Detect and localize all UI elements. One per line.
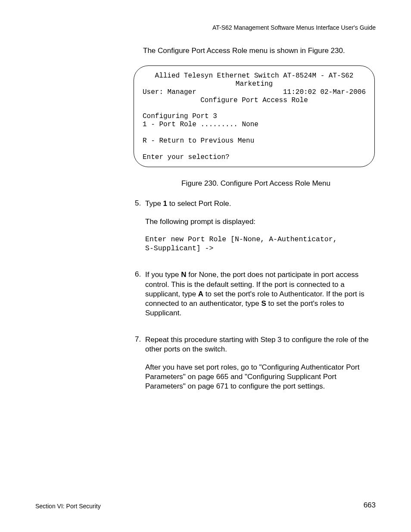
header-title: AT-S62 Management Software Menus Interfa…: [212, 24, 376, 31]
terminal-return: R - Return to Previous Menu: [143, 137, 254, 145]
step-7-para2: After you have set port roles, go to "Co…: [145, 363, 377, 391]
terminal-header-1: Allied Telesyn Ethernet Switch AT-8524M …: [143, 72, 366, 80]
step-6: 6. If you type N for None, the port does…: [135, 270, 377, 326]
step-5-code: Enter new Port Role [N-None, A-Authentic…: [145, 235, 377, 253]
steps-list: 5. Type 1 to select Port Role. The follo…: [135, 199, 377, 400]
bold-key: A: [198, 290, 203, 298]
code-line: Enter new Port Role [N-None, A-Authentic…: [145, 235, 377, 244]
text: Type: [145, 199, 163, 208]
terminal-user: User: Manager: [143, 88, 196, 96]
intro-text: The Configure Port Access Role menu is s…: [143, 47, 377, 55]
terminal-prompt: Enter your selection?: [143, 153, 230, 161]
step-number: 5.: [135, 199, 145, 261]
step-number: 6.: [135, 270, 145, 326]
step-6-text: If you type N for None, the port does no…: [145, 270, 377, 317]
step-body: Repeat this procedure starting with Step…: [145, 335, 377, 400]
bold-key: 1: [163, 199, 167, 208]
step-5-line1: Type 1 to select Port Role.: [145, 199, 377, 208]
footer-section: Section VI: Port Security: [35, 503, 101, 510]
terminal-option-1: 1 - Port Role ......... None: [143, 121, 258, 128]
text: to select Port Role.: [167, 199, 231, 208]
terminal-title: Configure Port Access Role: [143, 96, 366, 105]
page: AT-S62 Management Software Menus Interfa…: [0, 0, 411, 532]
step-7: 7. Repeat this procedure starting with S…: [135, 335, 377, 400]
text: If you type: [145, 271, 181, 279]
code-line: S-Supplicant] ->: [145, 244, 377, 253]
step-body: If you type N for None, the port does no…: [145, 270, 377, 326]
step-number: 7.: [135, 335, 145, 400]
step-7-para1: Repeat this procedure starting with Step…: [145, 335, 377, 354]
terminal-header-2: Marketing: [143, 80, 366, 88]
terminal-config: Configuring Port 3: [143, 112, 217, 120]
body-content: Figure 230. Configure Port Access Role M…: [135, 179, 377, 408]
bold-key: S: [261, 299, 266, 308]
figure-caption: Figure 230. Configure Port Access Role M…: [135, 179, 377, 188]
step-body: Type 1 to select Port Role. The followin…: [145, 199, 377, 261]
bold-key: N: [181, 271, 186, 279]
intro-block: The Configure Port Access Role menu is s…: [143, 47, 377, 63]
step-5-para2: The following prompt is displayed:: [145, 217, 377, 227]
terminal-timestamp: 11:20:02 02-Mar-2006: [283, 88, 366, 96]
terminal-screen: Allied Telesyn Ethernet Switch AT-8524M …: [134, 65, 375, 167]
step-5: 5. Type 1 to select Port Role. The follo…: [135, 199, 377, 261]
terminal-user-row: User: Manager11:20:02 02-Mar-2006: [143, 88, 366, 96]
footer-page-number: 663: [364, 501, 376, 510]
